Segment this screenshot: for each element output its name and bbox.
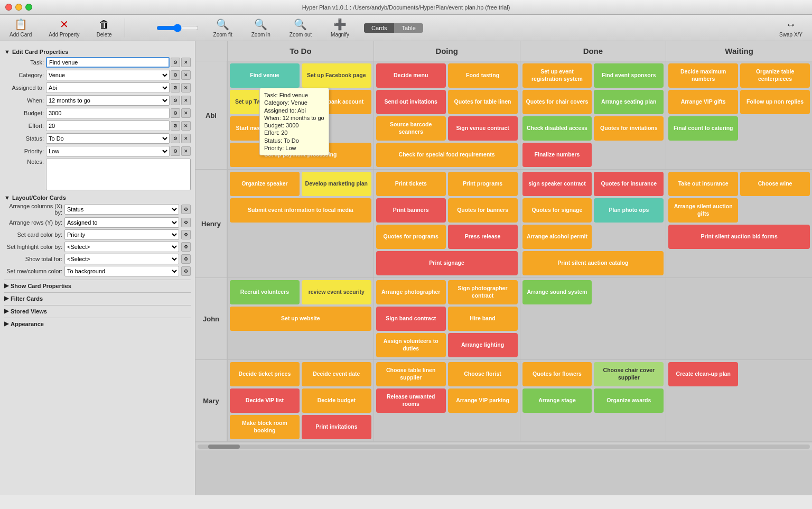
card-organize-awards[interactable]: Organize awards [594,388,664,413]
category-delete-btn[interactable]: ✕ [181,70,191,80]
card-plan-photo[interactable]: Plan photo ops [594,198,664,223]
card-sign-photographer[interactable]: Sign photographer contract [448,280,518,304]
card-arrange-photographer[interactable]: Arrange photographer [376,280,446,304]
card-quotes-table-linen[interactable]: Quotes for table linen [448,90,518,114]
card-decide-vip-list[interactable]: Decide VIP list [230,388,300,413]
cards-tab[interactable]: Cards [364,23,394,33]
card-create-cleanup[interactable]: Create clean-up plan [668,362,738,386]
when-delete-btn[interactable]: ✕ [181,96,191,105]
minimize-button[interactable] [15,4,22,11]
card-decide-menu[interactable]: Decide menu [376,63,446,88]
card-hire-band[interactable]: Hire band [448,307,518,331]
card-quotes-invitations[interactable]: Quotes for invitations [594,116,664,141]
stored-views-header[interactable]: ▶ Stored Views [4,308,191,314]
card-arrange-stage[interactable]: Arrange stage [522,388,592,413]
delete-button[interactable]: 🗑 Delete [92,16,116,40]
arrange-cols-btn[interactable]: ⚙ [181,205,191,214]
card-quotes-programs[interactable]: Quotes for programs [376,225,446,249]
card-print-auction-catalog[interactable]: Print silent auction catalog [522,251,664,275]
card-source-barcode[interactable]: Source barcode scanners [376,116,446,141]
scrollbar-track[interactable] [198,445,810,449]
arrange-rows-btn[interactable]: ⚙ [181,218,191,227]
card-setup-website[interactable]: Set up website [230,307,371,331]
card-print-invitations[interactable]: Print invitations [302,415,371,439]
card-setup-facebook[interactable]: Set up Facebook page [302,63,371,88]
card-setup-twitter[interactable]: Set up Twitter account [230,90,300,114]
card-organize-centerpieces[interactable]: Organize table centerpieces [740,63,810,88]
budget-delete-btn[interactable]: ✕ [181,108,191,118]
magnify-button[interactable]: ➕ Magnify [326,16,353,40]
card-setup-bank[interactable]: Set up bank account [302,90,371,114]
card-quotes-flowers[interactable]: Quotes for flowers [522,362,592,386]
zoom-out-button[interactable]: 🔍 Zoom out [285,16,316,40]
show-card-props-header[interactable]: ▶ Show Card Properties [4,282,191,289]
card-color-btn[interactable]: ⚙ [181,230,191,239]
category-select[interactable]: Venue [46,70,170,80]
effort-settings-btn[interactable]: ⚙ [171,121,180,131]
card-arrange-seating[interactable]: Arrange seating plan [594,90,664,114]
card-decide-event-date[interactable]: Decide event date [302,362,371,386]
row-col-color-btn[interactable]: ⚙ [181,266,191,276]
task-input[interactable] [46,57,170,68]
swap-xy-button[interactable]: ↔ Swap X/Y [775,16,807,40]
card-assign-volunteers[interactable]: Assign volunteers to duties [376,333,446,357]
notes-textarea[interactable] [46,159,191,190]
appearance-header[interactable]: ▶ Appearance [4,320,191,327]
card-arrange-vip-gifts[interactable]: Arrange VIP gifts [668,90,738,114]
arrange-rows-select[interactable]: Assigned to [64,217,179,228]
card-take-out-insurance[interactable]: Take out insurance [668,172,738,196]
priority-settings-btn[interactable]: ⚙ [171,146,180,156]
category-settings-btn[interactable]: ⚙ [171,70,180,80]
arrange-cols-select[interactable]: Status [64,204,179,215]
assigned-select[interactable]: Abi [46,82,170,93]
card-check-disabled[interactable]: Check disabled access [522,116,592,141]
filter-cards-header[interactable]: ▶ Filter Cards [4,295,191,302]
task-delete-btn[interactable]: ✕ [181,58,191,67]
card-recruit-volunteers[interactable]: Recruit volunteers [230,280,300,304]
row-col-color-select[interactable]: To background [64,266,179,276]
budget-input[interactable] [46,108,170,118]
card-release-rooms[interactable]: Release unwanted rooms [376,388,446,413]
show-total-select[interactable]: <Select> [64,254,179,264]
card-print-tickets[interactable]: Print tickets [376,172,446,196]
scrollbar-thumb[interactable] [208,445,240,449]
card-sign-speaker[interactable]: sign speaker contract [522,172,592,196]
card-arrange-sound[interactable]: Arrange sound system [522,280,592,304]
card-alcohol-permit[interactable]: Arrange alcohol permit [522,225,592,249]
card-send-invitations[interactable]: Send out invitations [376,90,446,114]
highlight-color-select[interactable]: <Select> [64,242,179,252]
card-final-count[interactable]: Final count to catering [668,116,738,141]
card-setup-payment[interactable]: Set up payment processing [230,143,371,167]
card-submit-event-info[interactable]: Submit event information to local media [230,198,371,223]
card-print-programs[interactable]: Print programs [448,172,518,196]
card-find-sponsors[interactable]: Find event sponsors [594,63,664,88]
zoom-fit-button[interactable]: 🔍 Zoom fit [209,16,237,40]
table-tab[interactable]: Table [394,23,423,33]
task-settings-btn[interactable]: ⚙ [171,58,180,67]
card-arrange-lighting[interactable]: Arrange lighting [448,333,518,357]
card-find-venue[interactable]: Find venue Task: Find venue Category: Ve… [230,63,300,88]
close-button[interactable] [5,4,12,11]
show-total-btn[interactable]: ⚙ [181,254,191,264]
priority-select[interactable]: Low [46,146,170,156]
card-decide-budget[interactable]: Decide budget [302,388,371,413]
card-food-tasting[interactable]: Food tasting [448,63,518,88]
effort-input[interactable] [46,121,170,131]
card-arrange-vip-parking[interactable]: Arrange VIP parking [448,388,518,413]
layout-section-header[interactable]: ▼ Layout/Color Cards [4,195,191,201]
card-press-release[interactable]: Press release [448,225,518,249]
card-print-auction-bid[interactable]: Print silent auction bid forms [668,225,810,249]
assigned-delete-btn[interactable]: ✕ [181,83,191,92]
card-quotes-insurance[interactable]: Quotes for insurance [594,172,664,196]
card-quotes-chair-covers[interactable]: Quotes for chair covers [522,90,592,114]
board-area[interactable]: To Do Doing Done Waiting Abi Find venue … [195,41,812,495]
card-block-room[interactable]: Make block room booking [230,415,300,439]
priority-delete-btn[interactable]: ✕ [181,146,191,156]
zoom-slider[interactable] [156,24,199,32]
when-select[interactable]: 12 months to go [46,95,170,106]
card-start-media[interactable]: Start media campaign [230,116,300,141]
when-settings-btn[interactable]: ⚙ [171,96,180,105]
edit-card-section-header[interactable]: ▼ Edit Card Properties [4,49,191,55]
card-print-signage[interactable]: Print signage [376,251,518,275]
card-arrange-auction-gifts[interactable]: Arrange silent auction gifts [668,198,738,223]
